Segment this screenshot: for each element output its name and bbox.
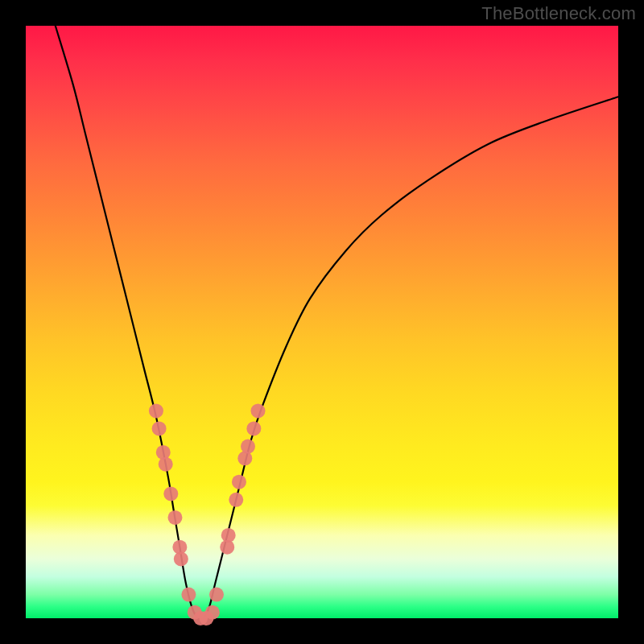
marker-dot — [152, 421, 167, 436]
marker-dot — [181, 588, 196, 602]
marker-dot — [174, 551, 188, 566]
marker-dot — [209, 588, 224, 602]
plot-area — [26, 26, 618, 618]
marker-dot — [205, 605, 220, 620]
marker-dot — [246, 421, 261, 436]
marker-dot — [149, 403, 163, 418]
marker-dot — [163, 486, 178, 501]
chart-frame: TheBottleneck.com — [0, 0, 644, 644]
marker-dot — [241, 440, 255, 454]
marker-group — [149, 403, 266, 625]
marker-dot — [159, 457, 173, 472]
marker-dot — [167, 510, 182, 525]
watermark-label: TheBottleneck.com — [481, 3, 636, 24]
bottleneck-curve — [56, 26, 618, 620]
marker-dot — [221, 528, 236, 543]
marker-dot — [251, 403, 266, 418]
chart-svg — [26, 26, 618, 618]
marker-dot — [229, 493, 243, 507]
marker-dot — [232, 475, 246, 489]
